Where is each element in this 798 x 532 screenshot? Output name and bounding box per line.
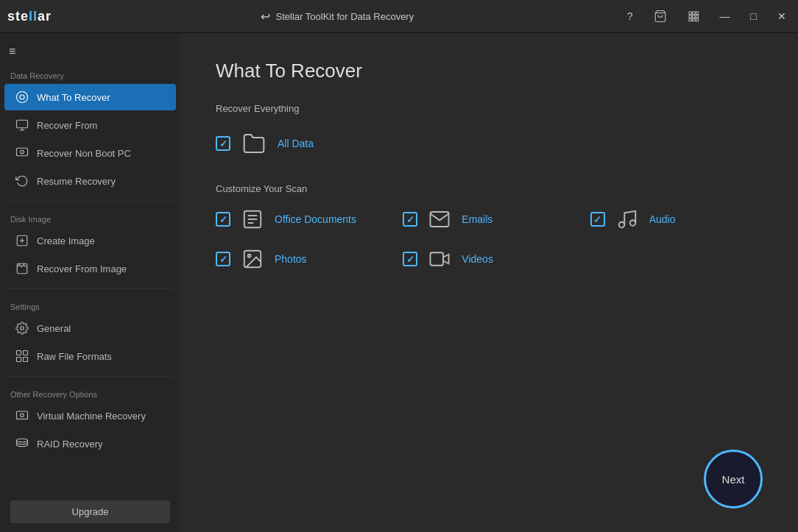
sidebar-item-what-to-recover[interactable]: What To Recover bbox=[4, 84, 176, 110]
all-data-checkbox[interactable] bbox=[216, 136, 230, 151]
emails-item: Emails bbox=[403, 206, 575, 233]
videos-item: Videos bbox=[403, 246, 575, 272]
next-button-container: Next bbox=[704, 450, 763, 508]
main-layout: ≡ Data Recovery What To Recover Recover … bbox=[0, 33, 798, 532]
close-button[interactable]: ✕ bbox=[773, 9, 791, 24]
svg-rect-7 bbox=[689, 18, 691, 21]
sidebar-item-resume-recovery[interactable]: Resume Recovery bbox=[4, 168, 176, 194]
maximize-button[interactable]: □ bbox=[746, 9, 761, 24]
titlebar: stellar ↩ Stellar ToolKit for Data Recov… bbox=[0, 0, 798, 33]
svg-rect-5 bbox=[692, 15, 694, 18]
create-image-icon bbox=[15, 233, 29, 248]
recover-non-boot-icon bbox=[15, 146, 29, 160]
back-icon[interactable]: ↩ bbox=[261, 10, 270, 24]
audio-icon bbox=[614, 206, 640, 233]
svg-rect-4 bbox=[689, 15, 691, 18]
svg-point-27 bbox=[21, 414, 24, 417]
sidebar-section-settings: Settings bbox=[0, 295, 180, 314]
all-data-icon bbox=[241, 130, 267, 157]
app-logo: stellar bbox=[7, 9, 52, 24]
customize-grid: Office Documents Emails bbox=[216, 206, 763, 272]
emails-checkbox[interactable] bbox=[403, 212, 417, 227]
what-to-recover-icon bbox=[15, 90, 29, 104]
sidebar-label-recover-from-image: Recover From Image bbox=[37, 263, 127, 274]
sidebar-section-other-recovery: Other Recovery Options bbox=[0, 383, 180, 402]
svg-rect-15 bbox=[17, 148, 28, 156]
office-documents-checkbox[interactable] bbox=[216, 212, 230, 227]
sidebar-item-create-image[interactable]: Create Image bbox=[4, 227, 176, 254]
svg-rect-6 bbox=[696, 15, 698, 18]
help-button[interactable]: ? bbox=[623, 9, 638, 24]
sidebar-item-recover-from[interactable]: Recover From bbox=[4, 112, 176, 138]
svg-point-21 bbox=[21, 327, 24, 330]
office-documents-icon bbox=[239, 206, 266, 233]
sidebar-item-recover-from-image[interactable]: Recover From Image bbox=[4, 255, 176, 282]
svg-rect-3 bbox=[696, 12, 698, 14]
titlebar-left: stellar bbox=[7, 9, 52, 24]
sidebar-label-create-image: Create Image bbox=[37, 235, 95, 247]
sidebar-bottom: Upgrade bbox=[0, 492, 180, 532]
audio-checkbox[interactable] bbox=[590, 212, 605, 227]
svg-rect-26 bbox=[17, 411, 28, 419]
sidebar-section-disk-image: Disk Image bbox=[0, 208, 180, 227]
emails-label: Emails bbox=[462, 213, 492, 225]
app-title: Stellar ToolKit for Data Recovery bbox=[276, 11, 414, 22]
videos-checkbox[interactable] bbox=[403, 252, 417, 266]
photos-item: Photos bbox=[216, 246, 388, 272]
raid-recovery-icon bbox=[15, 436, 29, 451]
sidebar-label-recover-non-boot: Recover Non Boot PC bbox=[37, 148, 131, 159]
recover-from-icon bbox=[15, 118, 29, 132]
sidebar-item-raw-file-formats[interactable]: Raw File Formats bbox=[4, 343, 176, 369]
photos-checkbox[interactable] bbox=[216, 252, 230, 266]
grid-button[interactable] bbox=[683, 9, 704, 24]
svg-rect-22 bbox=[17, 351, 21, 355]
recover-from-image-icon bbox=[15, 261, 29, 276]
svg-rect-23 bbox=[24, 351, 28, 355]
svg-point-37 bbox=[248, 255, 251, 258]
sidebar-label-raw-file-formats: Raw File Formats bbox=[37, 351, 112, 362]
virtual-machine-recovery-icon bbox=[15, 408, 29, 423]
general-icon bbox=[15, 321, 29, 336]
recover-everything-label: Recover Everything bbox=[216, 103, 763, 114]
all-data-label: All Data bbox=[278, 138, 314, 149]
svg-point-16 bbox=[21, 150, 24, 154]
cart-button[interactable] bbox=[649, 8, 671, 24]
resume-recovery-icon bbox=[15, 174, 29, 188]
photos-icon bbox=[239, 246, 266, 272]
divider-2 bbox=[7, 288, 173, 289]
minimize-button[interactable]: — bbox=[716, 9, 735, 24]
sidebar-section-data-recovery: Data Recovery bbox=[0, 64, 180, 83]
raw-file-formats-icon bbox=[15, 349, 29, 363]
emails-icon bbox=[426, 206, 453, 233]
svg-rect-8 bbox=[692, 18, 694, 21]
sidebar-toggle[interactable]: ≡ bbox=[0, 39, 180, 64]
sidebar-label-virtual-machine-recovery: Virtual Machine Recovery bbox=[37, 411, 146, 422]
all-data-row: All Data bbox=[216, 126, 763, 161]
svg-marker-39 bbox=[443, 255, 449, 264]
photos-label: Photos bbox=[275, 253, 307, 265]
svg-point-10 bbox=[17, 92, 28, 103]
sidebar-label-what-to-recover: What To Recover bbox=[37, 92, 110, 103]
next-button[interactable]: Next bbox=[704, 450, 763, 508]
svg-point-11 bbox=[20, 95, 24, 99]
sidebar-item-recover-non-boot[interactable]: Recover Non Boot PC bbox=[4, 140, 176, 166]
sidebar-label-raid-recovery: RAID Recovery bbox=[37, 439, 103, 450]
svg-rect-1 bbox=[689, 12, 691, 14]
upgrade-button[interactable]: Upgrade bbox=[10, 500, 170, 523]
svg-point-35 bbox=[629, 220, 635, 226]
sidebar-label-resume-recovery: Resume Recovery bbox=[37, 176, 116, 187]
sidebar-item-raid-recovery[interactable]: RAID Recovery bbox=[4, 430, 176, 457]
svg-rect-12 bbox=[17, 120, 28, 128]
videos-label: Videos bbox=[462, 253, 493, 265]
divider-1 bbox=[7, 201, 173, 202]
customize-label: Customize Your Scan bbox=[216, 183, 763, 194]
sidebar-label-recover-from: Recover From bbox=[37, 120, 97, 131]
hamburger-icon: ≡ bbox=[9, 45, 15, 58]
audio-label: Audio bbox=[649, 213, 676, 225]
sidebar-item-general[interactable]: General bbox=[4, 315, 176, 341]
customize-section: Customize Your Scan Office Documents bbox=[216, 183, 763, 272]
svg-rect-2 bbox=[692, 12, 694, 14]
content-area: What To Recover Recover Everything All D… bbox=[180, 33, 798, 532]
sidebar-item-virtual-machine-recovery[interactable]: Virtual Machine Recovery bbox=[4, 402, 176, 429]
sidebar: ≡ Data Recovery What To Recover Recover … bbox=[0, 33, 180, 532]
